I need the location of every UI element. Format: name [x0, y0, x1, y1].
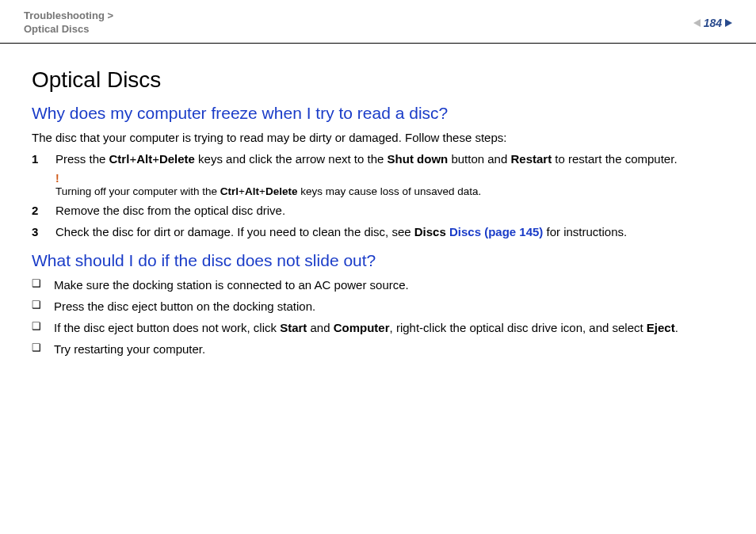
- list-item-text: Press the disc eject button on the docki…: [54, 298, 315, 315]
- list-item-text: Try restarting your computer.: [54, 341, 205, 357]
- note-text: Turning off your computer with the Ctrl+…: [55, 185, 481, 197]
- bullet-icon: ❑: [32, 277, 43, 293]
- section1-intro: The disc that your computer is trying to…: [32, 129, 724, 146]
- bullet-icon: ❑: [32, 341, 43, 357]
- warning-icon: !: [55, 172, 724, 185]
- page-header: Troubleshooting > Optical Discs 184: [0, 0, 756, 44]
- step-text: Remove the disc from the optical disc dr…: [55, 202, 285, 219]
- page-title: Optical Discs: [32, 67, 724, 93]
- list-item: ❑ If the disc eject button does not work…: [32, 319, 724, 336]
- step-3: 3 Check the disc for dirt or damage. If …: [32, 223, 724, 240]
- page-number: 184: [704, 17, 722, 29]
- step-number: 2: [32, 202, 43, 219]
- discs-page-link[interactable]: Discs (page 145): [449, 225, 543, 238]
- list-item: ❑ Press the disc eject button on the doc…: [32, 298, 724, 315]
- step-2: 2 Remove the disc from the optical disc …: [32, 202, 724, 219]
- warning-note: ! Turning off your computer with the Ctr…: [55, 172, 724, 197]
- step-number: 3: [32, 223, 43, 240]
- step-1: 1 Press the Ctrl+Alt+Delete keys and cli…: [32, 151, 724, 167]
- bullet-icon: ❑: [32, 319, 43, 336]
- list-item: ❑ Make sure the docking station is conne…: [32, 277, 724, 293]
- breadcrumb-top: Troubleshooting >: [24, 10, 113, 21]
- step-text: Check the disc for dirt or damage. If yo…: [55, 223, 627, 240]
- list-item-text: Make sure the docking station is connect…: [54, 277, 409, 293]
- section1-heading: Why does my computer freeze when I try t…: [32, 104, 724, 123]
- next-page-icon[interactable]: [725, 19, 732, 27]
- section2-heading: What should I do if the disc does not sl…: [32, 251, 724, 270]
- list-item: ❑ Try restarting your computer.: [32, 341, 724, 357]
- step-text: Press the Ctrl+Alt+Delete keys and click…: [55, 151, 678, 167]
- prev-page-icon[interactable]: [693, 19, 701, 27]
- discs-link-label: Discs: [414, 225, 449, 238]
- bullet-icon: ❑: [32, 298, 43, 315]
- breadcrumb: Troubleshooting > Optical Discs: [24, 10, 113, 36]
- page-number-nav: 184: [693, 17, 732, 29]
- breadcrumb-bottom: Optical Discs: [24, 23, 89, 35]
- step-number: 1: [32, 151, 43, 167]
- list-item-text: If the disc eject button does not work, …: [54, 319, 678, 336]
- page-content: Optical Discs Why does my computer freez…: [0, 44, 756, 357]
